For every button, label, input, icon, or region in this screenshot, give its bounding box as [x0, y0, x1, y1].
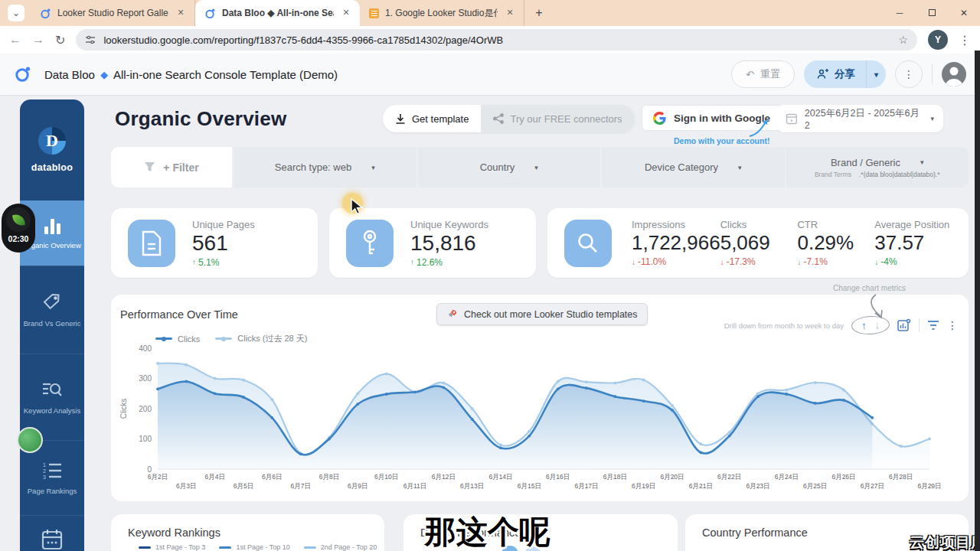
url-field[interactable]: lookerstudio.google.com/reporting/f1837c…: [76, 29, 917, 51]
account-avatar[interactable]: [942, 62, 966, 86]
add-filter-button[interactable]: + Filter: [111, 147, 232, 187]
chart-title: Performance Over Time: [120, 308, 238, 321]
down-arrow-icon: ↓: [797, 258, 801, 266]
share-nodes-icon: [493, 113, 504, 124]
tab-search-button[interactable]: ⌄: [8, 5, 24, 21]
svg-text:6月6日: 6月6日: [262, 473, 282, 481]
tab-close-icon[interactable]: ×: [340, 7, 352, 19]
sidebar-item-brand-vs-generic[interactable]: Brand Vs Generic: [20, 266, 84, 354]
chevron-down-icon: ▾: [534, 164, 538, 171]
browser-tab-strip: ⌄ Looker Studio Report Gallery × Data Bl…: [0, 0, 980, 26]
recording-timer-badge[interactable]: 02:30: [2, 204, 35, 253]
svg-text:6月7日: 6月7日: [290, 482, 310, 490]
header-kebab-menu[interactable]: ⋮: [895, 60, 923, 88]
metric-label: CTR: [797, 219, 874, 230]
filter-label: Device Category: [645, 161, 718, 173]
kpi-value: 561: [192, 231, 255, 256]
svg-text:6月2日: 6月2日: [148, 473, 168, 481]
filter-label: Country: [480, 161, 515, 173]
funnel-icon: [144, 161, 155, 173]
reload-icon[interactable]: ↻: [55, 33, 65, 47]
get-template-button[interactable]: Get template: [383, 105, 481, 132]
share-button[interactable]: 分享 ▾: [804, 60, 886, 88]
svg-text:1: 1: [43, 462, 46, 468]
metric-delta: ↓-11.0%: [632, 256, 720, 267]
forward-icon[interactable]: →: [32, 33, 44, 47]
svg-text:3: 3: [43, 474, 46, 480]
filter-device-category[interactable]: Device Category ▾: [602, 147, 785, 187]
browser-tab-1[interactable]: Looker Studio Report Gallery ×: [31, 0, 195, 26]
kpi-card-unique-pages: Unique Pages 561 ↑5.1%: [111, 208, 318, 278]
person-icon: [942, 62, 966, 86]
svg-text:100: 100: [139, 435, 152, 443]
video-subtitle: 那这个呢: [425, 511, 550, 551]
filter-bar: + Filter Search type: web ▾ Country ▾ De…: [111, 147, 969, 187]
mouse-cursor: [349, 198, 364, 215]
sidebar-item-label: Keyword Analysis: [21, 406, 83, 415]
window-close-button[interactable]: ✕: [948, 8, 980, 18]
add-filter-label: + Filter: [163, 161, 198, 174]
filter-search-type[interactable]: Search type: web ▾: [234, 147, 416, 187]
controls-divider: [919, 318, 920, 332]
back-icon[interactable]: ←: [9, 33, 21, 47]
keyword-search-icon: [41, 380, 63, 399]
page-scrollbar[interactable]: [975, 51, 980, 551]
svg-text:400: 400: [139, 344, 152, 353]
bookmark-star-icon[interactable]: ☆: [898, 34, 908, 46]
window-maximize-button[interactable]: [916, 8, 948, 18]
svg-text:6月28日: 6月28日: [889, 473, 913, 481]
performance-chart[interactable]: 0100200300400Clicks6月2日6月3日6月4日6月5日6月6日6…: [116, 337, 962, 494]
chart-kebab-icon[interactable]: ⋮: [947, 319, 958, 331]
undo-icon: ↶: [746, 69, 754, 80]
browser-address-bar: ← → ↻ lookerstudio.google.com/reporting/…: [0, 26, 980, 54]
svg-text:6月29日: 6月29日: [917, 482, 941, 490]
metric-impressions: Impressions 1,722,966 ↓-11.0%: [632, 219, 720, 267]
looker-studio-logo: [14, 65, 32, 83]
filter-country[interactable]: Country ▾: [418, 147, 601, 187]
window-minimize-button[interactable]: ─: [884, 8, 916, 18]
svg-text:6月16日: 6月16日: [546, 473, 570, 481]
svg-text:6月15日: 6月15日: [518, 482, 541, 490]
browser-menu-kebab-icon[interactable]: ⋮: [959, 33, 971, 47]
sidebar-item-label: Brand Vs Generic: [21, 319, 84, 328]
free-connectors-button[interactable]: Try our FREE connectors: [481, 105, 634, 132]
tab-title: Data Bloo ◆ All-in-one Sear: [222, 8, 334, 18]
tab-close-icon[interactable]: ×: [504, 7, 516, 19]
kpi-label: Unique Keywords: [410, 219, 488, 230]
more-templates-button[interactable]: Check out more Looker Studio templates: [436, 303, 648, 325]
svg-text:6月23日: 6月23日: [746, 482, 769, 490]
metric-average-position: Average Position 37.57 ↓-4%: [874, 219, 952, 267]
sidebar-item-calendar[interactable]: [20, 515, 84, 551]
metric-label: Clicks: [720, 219, 798, 230]
reset-button[interactable]: ↶ 重置: [731, 60, 795, 88]
chevron-down-icon: ▾: [930, 115, 934, 122]
rocket-icon: [446, 308, 458, 320]
chart-filter-icon[interactable]: [927, 320, 939, 331]
extension-floating-icon[interactable]: [17, 427, 43, 453]
new-tab-button[interactable]: +: [529, 3, 549, 23]
svg-text:6月20日: 6月20日: [660, 473, 684, 481]
brand-terms: Brand Terms .*(data bloo|databl|databo).…: [815, 171, 940, 178]
browser-tab-3[interactable]: 1. Google Looker Studio是什 ×: [360, 0, 524, 26]
up-arrow-icon: ↑: [410, 258, 414, 266]
svg-text:6月9日: 6月9日: [348, 482, 368, 490]
date-range-picker[interactable]: 2025年6月2日 - 2025年6月2 ▾: [776, 105, 943, 132]
chart-metrics-icon[interactable]: [897, 318, 911, 332]
keyword-rankings-legend: 1st Page - Top 3 1st Page - Top 10 2nd P…: [139, 543, 384, 551]
tag-icon: [42, 292, 62, 312]
tab-close-icon[interactable]: ×: [175, 7, 187, 19]
svg-text:300: 300: [139, 374, 152, 383]
site-settings-icon[interactable]: [85, 34, 96, 45]
kpi-label: Unique Pages: [192, 219, 255, 230]
tab-title: Looker Studio Report Gallery: [57, 8, 168, 18]
document-icon: [128, 220, 175, 267]
filter-brand-generic[interactable]: Brand / Generic ▾ Brand Terms .*(data bl…: [786, 147, 969, 187]
browser-profile-avatar[interactable]: Y: [928, 30, 948, 50]
browser-tab-2-active[interactable]: Data Bloo ◆ All-in-one Sear ×: [195, 0, 360, 26]
bar-chart-icon: [44, 217, 60, 234]
metric-label: Impressions: [632, 219, 720, 230]
kpi-delta: ↑12.6%: [410, 257, 488, 268]
key-icon: [346, 220, 394, 267]
sidebar-logo: D databloo: [20, 99, 84, 201]
share-dropdown-caret[interactable]: ▾: [866, 60, 886, 88]
